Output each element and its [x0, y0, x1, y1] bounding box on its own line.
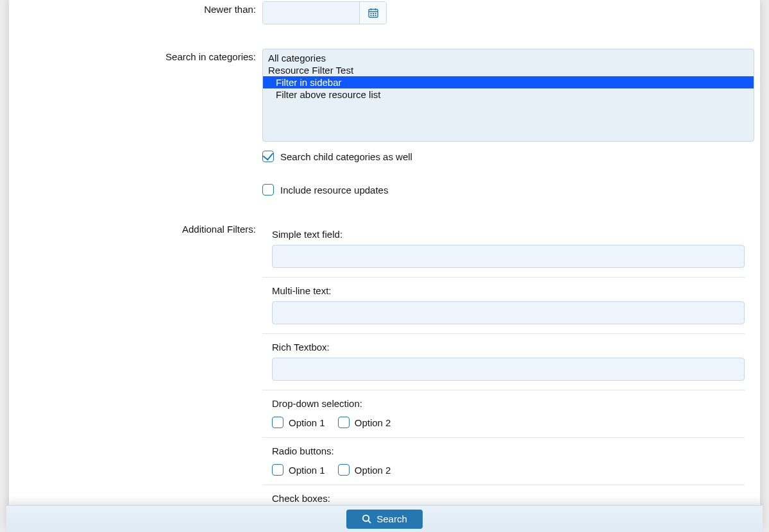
child-categories-label: Search child categories as well	[280, 151, 412, 162]
svg-rect-5	[373, 13, 374, 14]
newer-than-label: Newer than:	[204, 4, 256, 15]
newer-than-input[interactable]	[263, 2, 359, 24]
dropdown-option-label: Option 1	[289, 417, 325, 428]
radio-label: Radio buttons:	[272, 445, 745, 456]
search-icon	[362, 514, 371, 524]
child-categories-checkbox[interactable]	[262, 151, 274, 162]
include-updates-row[interactable]: Include resource updates	[262, 181, 754, 198]
category-option[interactable]: All categories	[263, 52, 754, 64]
search-button-label: Search	[376, 513, 407, 524]
dropdown-checkbox[interactable]	[272, 417, 283, 428]
simple-text-input[interactable]	[272, 245, 745, 268]
search-form-panel: Newer than:	[9, 0, 760, 505]
svg-rect-4	[370, 13, 371, 14]
svg-rect-6	[375, 13, 376, 14]
calendar-button[interactable]	[359, 2, 386, 24]
dropdown-option[interactable]: Option 2	[338, 417, 391, 428]
svg-rect-7	[370, 15, 371, 16]
child-categories-row[interactable]: Search child categories as well	[262, 148, 754, 165]
checkboxes-label: Check boxes:	[272, 493, 745, 504]
rich-text-label: Rich Textbox:	[272, 342, 745, 353]
radio-option[interactable]: Option 2	[338, 464, 391, 476]
category-option[interactable]: Filter in sidebar	[263, 76, 754, 88]
radio-checkbox[interactable]	[272, 464, 283, 476]
radio-option-label: Option 2	[355, 465, 391, 476]
categories-label: Search in categories:	[165, 51, 256, 62]
category-option[interactable]: Resource Filter Test	[263, 64, 754, 76]
svg-line-11	[369, 520, 371, 523]
svg-rect-8	[373, 15, 374, 16]
multiline-text-label: Multi-line text:	[272, 285, 745, 296]
category-option[interactable]: Filter above resource list	[263, 88, 754, 101]
dropdown-checkbox[interactable]	[338, 417, 350, 428]
rich-text-input[interactable]	[272, 358, 745, 381]
radio-option-label: Option 1	[289, 465, 325, 476]
simple-text-label: Simple text field:	[272, 229, 745, 240]
svg-rect-9	[375, 15, 376, 16]
dropdown-option-label: Option 2	[355, 417, 391, 428]
radio-option[interactable]: Option 1	[272, 464, 325, 476]
additional-filters-label: Additional Filters:	[182, 224, 256, 235]
radio-checkbox[interactable]	[338, 464, 350, 476]
include-updates-checkbox[interactable]	[262, 184, 274, 195]
include-updates-label: Include resource updates	[280, 185, 388, 195]
search-button[interactable]: Search	[346, 510, 423, 529]
categories-listbox[interactable]: All categoriesResource Filter TestFilter…	[262, 49, 754, 142]
bottom-action-bar: Search	[6, 505, 763, 532]
svg-point-10	[363, 515, 369, 521]
multiline-text-input[interactable]	[272, 301, 745, 324]
dropdown-option[interactable]: Option 1	[272, 417, 325, 428]
calendar-icon	[368, 8, 378, 18]
dropdown-label: Drop-down selection:	[272, 398, 745, 409]
